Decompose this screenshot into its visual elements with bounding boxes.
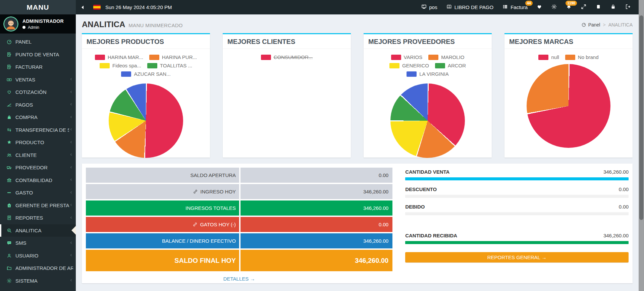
row-label: GATOS HOY (-) [86, 217, 239, 232]
legend-item[interactable]: LA VIRGINIA [407, 71, 449, 77]
legend-item[interactable]: null [538, 54, 559, 60]
sidebar-menu: PANEL PUNTO DE VENTA FACTURAR VENTAS COT… [0, 34, 76, 287]
sidebar-item-proveedor[interactable]: PROVEEDOR [0, 161, 76, 174]
legend-item[interactable]: ARCOR [435, 63, 466, 68]
breadcrumb-panel-link[interactable]: Panel [581, 22, 600, 27]
table-row-ingresos-totales: INGRESOS TOTALES 346,260.00 [86, 200, 392, 216]
vertical-scrollbar-track[interactable] [639, 0, 644, 291]
notifications-count-badge: 1190 [566, 1, 577, 6]
sms-icon [6, 240, 12, 246]
row-value: 346,260.00 [240, 184, 392, 199]
legend-item[interactable]: AZUCAR SAN... [121, 71, 170, 77]
spain-flag-icon[interactable] [93, 5, 101, 10]
factura-button[interactable]: Factura 44 [498, 0, 532, 14]
legend-item[interactable]: Fideos spa... [100, 63, 141, 68]
legend-item[interactable]: MAROLIO [428, 54, 464, 60]
sidebar-item-analitica[interactable]: ANALITICA [0, 224, 76, 237]
legend-item[interactable]: GENERICO [389, 63, 429, 68]
sidebar-item-facturar[interactable]: FACTURAR [0, 61, 76, 73]
sidebar-item-contabilidad[interactable]: CONTABILIDAD [0, 174, 76, 187]
brand-logo[interactable]: MANU [0, 0, 76, 14]
sidebar-item-label: CONTABILIDAD [15, 177, 69, 183]
sidebar-item-usuario[interactable]: USUARIO [0, 249, 76, 262]
legend-item[interactable]: No brand [565, 54, 599, 60]
sidebar-item-gasto[interactable]: GASTO [0, 186, 76, 199]
sidebar-item-label: PUNTO DE VENTA [15, 52, 73, 57]
register-doc-icon [6, 52, 12, 57]
stat-value: 0.00 [619, 186, 629, 192]
sidebar-item-panel[interactable]: PANEL [0, 36, 76, 48]
sales-stats: CANTIDAD VENTA346,260.00 DESCUENTO0.00 D… [405, 168, 629, 279]
table-row-gatos-hoy[interactable]: GATOS HOY (-) 0.00 [86, 217, 392, 232]
legend-item[interactable]: CONSUMIDOR... [261, 54, 313, 60]
legend-swatch [149, 55, 159, 60]
notifications-button[interactable]: 1190 [561, 0, 576, 14]
expand-button[interactable] [576, 0, 591, 14]
sidebar-item-administrador-de-archivos[interactable]: ADMINISTRADOR DE ARCHIVOS [0, 262, 76, 275]
stat-value: 0.00 [619, 204, 629, 210]
chevron-left-icon [69, 89, 73, 95]
legend-item[interactable]: VARIOS [391, 54, 423, 60]
sidebar-item-label: ADMINISTRADOR DE ARCHIVOS [15, 265, 73, 271]
list-icon [502, 4, 508, 11]
reportes-general-button[interactable]: REPORTES GENERAL → [405, 252, 629, 263]
chevron-left-icon [69, 177, 73, 183]
legend-item[interactable]: HARINA PUR... [149, 54, 197, 60]
sidebar-item-cotizacion[interactable]: COTIZACIÓN [0, 86, 76, 99]
legend-item[interactable]: TOALLITAS ... [147, 63, 192, 68]
logout-button[interactable] [621, 0, 635, 14]
sidebar-item-label: VENTAS [15, 77, 69, 82]
pie-chart-mejores-marcas[interactable] [527, 64, 610, 148]
libro-de-pago-button[interactable]: LIBRO DE PAGO [442, 0, 498, 14]
scrollbar-thumb[interactable] [639, 15, 643, 220]
sidebar-item-reportes[interactable]: REPORTES [0, 212, 76, 224]
sidebar-item-label: COMPRA [15, 114, 69, 120]
sidebar-item-punto-de-venta[interactable]: PUNTO DE VENTA [0, 48, 76, 61]
transfer-arrows-icon [6, 127, 12, 133]
stat-descuento: DESCUENTO0.00 [405, 186, 629, 198]
sidebar-item-transferencia-de-stock[interactable]: TRANSFERENCIA DE STOCK [0, 124, 76, 136]
sidebar-item-label: PROVEEDOR [15, 165, 69, 170]
row-value: 346,260.00 [240, 233, 392, 248]
sidebar-item-ventas[interactable]: VENTAS [0, 73, 76, 86]
fullscreen-button[interactable] [591, 0, 606, 14]
sidebar-item-sistema[interactable]: SISTEMA [0, 275, 76, 287]
sidebar-item-pagos[interactable]: PAGOS [0, 99, 76, 111]
settings-button[interactable] [547, 0, 561, 14]
stat-value: 346,260.00 [603, 169, 629, 175]
report-icon [6, 215, 12, 221]
progress-bar [405, 177, 629, 180]
pos-button[interactable]: pos [417, 0, 442, 14]
chevron-left-icon [69, 252, 73, 258]
table-row-ingreso-hoy[interactable]: INGRESO HOY 346,260.00 [86, 184, 392, 199]
status-dot-icon [22, 26, 25, 29]
chevron-left-icon [69, 240, 73, 246]
chevron-left-icon [69, 202, 73, 208]
lock-screen-button[interactable] [606, 0, 621, 14]
chevron-left-icon [69, 139, 73, 146]
legend-swatch [391, 55, 401, 60]
sidebar-item-compra[interactable]: COMPRA [0, 111, 76, 124]
sidebar-item-gerente-de-prestamo[interactable]: $ GERENTE DE PRESTAMO [0, 199, 76, 212]
legend-swatch [95, 55, 105, 60]
favorites-button[interactable] [532, 0, 547, 14]
sidebar-collapse-button[interactable] [78, 3, 87, 12]
detalles-link[interactable]: DETALLES → [86, 276, 392, 282]
chevron-left-icon [69, 190, 73, 196]
sidebar-item-sms[interactable]: SMS [0, 237, 76, 249]
row-label: INGRESOS TOTALES [86, 200, 239, 216]
user-name: ADMINISTRADOR [22, 18, 64, 24]
pie-chart-mejores-proveedores[interactable] [390, 83, 465, 158]
breadcrumb: Panel > ANALITICA [581, 22, 633, 27]
legend-swatch [389, 63, 399, 68]
sidebar-item-producto[interactable]: PRODUCTO [0, 136, 76, 149]
folder-icon [6, 265, 12, 271]
legend-swatch [538, 55, 548, 60]
legend-swatch [100, 63, 110, 68]
legend-item[interactable]: HARINA MAR... [95, 54, 143, 60]
pie-chart-mejores-productos[interactable] [109, 83, 183, 158]
card-title: MEJORES PROVEEDORES [364, 34, 492, 49]
sidebar-item-cliente[interactable]: CLIENTE [0, 149, 76, 162]
main-content: ANALITICA MANU MINIMERCADO Panel > ANALI… [76, 14, 639, 291]
chevron-left-icon [69, 215, 73, 221]
